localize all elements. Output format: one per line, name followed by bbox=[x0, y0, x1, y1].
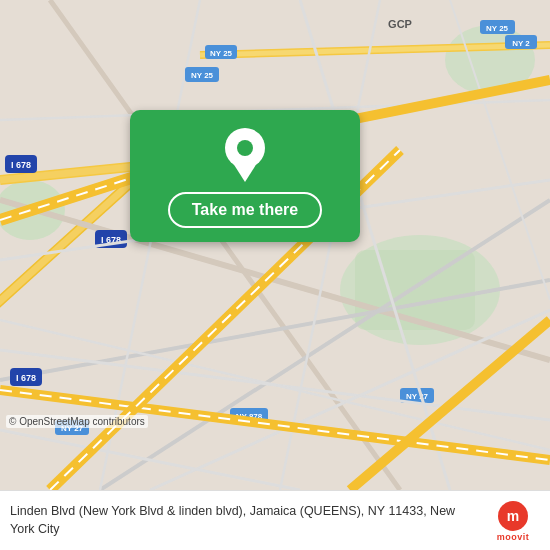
location-card: Take me there bbox=[130, 110, 360, 242]
svg-text:GCP: GCP bbox=[388, 18, 412, 30]
pin-icon bbox=[223, 128, 267, 182]
moovit-logo: m moovit bbox=[486, 500, 540, 542]
svg-text:NY 25: NY 25 bbox=[191, 71, 214, 80]
svg-text:I 678: I 678 bbox=[16, 373, 36, 383]
take-me-there-button[interactable]: Take me there bbox=[168, 192, 322, 228]
svg-point-56 bbox=[237, 140, 253, 156]
svg-text:NY 27: NY 27 bbox=[406, 392, 429, 401]
svg-text:NY 25: NY 25 bbox=[486, 24, 509, 33]
svg-marker-55 bbox=[231, 160, 259, 182]
svg-text:NY 25: NY 25 bbox=[210, 49, 233, 58]
svg-text:m: m bbox=[507, 508, 519, 524]
svg-text:I 678: I 678 bbox=[11, 160, 31, 170]
footer-address: Linden Blvd (New York Blvd & linden blvd… bbox=[10, 503, 478, 538]
moovit-label: moovit bbox=[497, 532, 530, 542]
map-container: NY 25 GCP NY 2 NY 25 I 678 I 678 I 678 N… bbox=[0, 0, 550, 490]
svg-text:NY 2: NY 2 bbox=[512, 39, 530, 48]
footer: Linden Blvd (New York Blvd & linden blvd… bbox=[0, 490, 550, 550]
moovit-icon: m bbox=[497, 500, 529, 532]
openstreetmap-credit: © OpenStreetMap contributors bbox=[6, 415, 148, 428]
